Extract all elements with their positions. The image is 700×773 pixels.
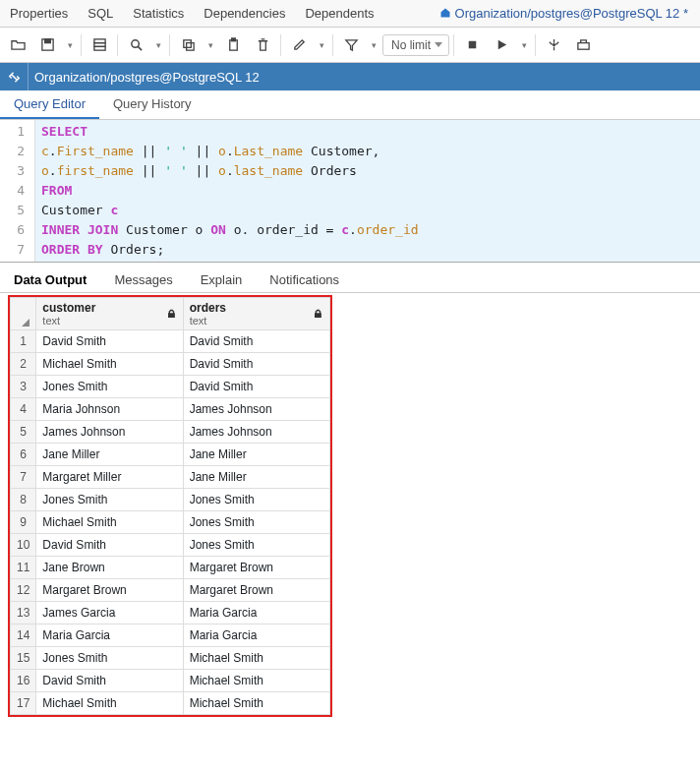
paste-button[interactable]: [219, 31, 247, 59]
row-number[interactable]: 5: [11, 421, 36, 444]
row-number[interactable]: 7: [11, 466, 36, 489]
row-number[interactable]: 17: [11, 692, 36, 715]
table-row[interactable]: 11Jane BrownMargaret Brown: [11, 557, 330, 579]
edit-button[interactable]: [285, 31, 313, 59]
tab-statistics[interactable]: Statistics: [123, 2, 194, 25]
tab-data-output[interactable]: Data Output: [0, 267, 100, 293]
row-number[interactable]: 10: [11, 534, 36, 557]
cell-orders[interactable]: James Johnson: [183, 421, 329, 444]
cell-customer[interactable]: James Garcia: [36, 602, 183, 624]
save-button[interactable]: [33, 31, 61, 59]
cell-orders[interactable]: Jones Smith: [183, 534, 329, 557]
cell-customer[interactable]: Michael Smith: [36, 511, 183, 534]
column-header-orders[interactable]: orderstext🔒︎: [183, 298, 329, 330]
explain-button[interactable]: [540, 31, 567, 59]
row-number[interactable]: 12: [11, 579, 36, 602]
cell-orders[interactable]: Michael Smith: [183, 670, 329, 692]
row-number[interactable]: 8: [11, 489, 36, 511]
table-row[interactable]: 6Jane MillerJane Miller: [11, 444, 330, 466]
cell-customer[interactable]: Michael Smith: [36, 692, 183, 715]
execute-dropdown-caret[interactable]: ▾: [517, 40, 531, 50]
cell-customer[interactable]: Jones Smith: [36, 489, 183, 511]
cell-orders[interactable]: Jane Miller: [183, 466, 329, 489]
limit-select[interactable]: No limit: [382, 34, 449, 56]
cell-orders[interactable]: James Johnson: [183, 398, 329, 421]
table-row[interactable]: 13James GarciaMaria Garcia: [11, 602, 330, 624]
copy-dropdown-caret[interactable]: ▾: [204, 40, 217, 50]
cell-orders[interactable]: Margaret Brown: [183, 557, 329, 579]
cell-orders[interactable]: Maria Garcia: [183, 624, 329, 647]
cell-orders[interactable]: Jones Smith: [183, 511, 329, 534]
row-number[interactable]: 4: [11, 398, 36, 421]
tab-query-file[interactable]: Organization/postgres@PostgreSQL 12 *: [430, 2, 700, 25]
cell-customer[interactable]: Jane Brown: [36, 557, 183, 579]
cell-orders[interactable]: Jones Smith: [183, 489, 329, 511]
table-row[interactable]: 15Jones SmithMichael Smith: [11, 647, 330, 670]
explain-analyze-button[interactable]: [569, 31, 597, 59]
cell-orders[interactable]: Michael Smith: [183, 647, 329, 670]
tab-dependencies[interactable]: Dependencies: [194, 2, 295, 25]
column-header-customer[interactable]: customertext🔒︎: [36, 298, 183, 330]
connection-text[interactable]: Organization/postgres@PostgreSQL 12: [28, 63, 700, 90]
row-number[interactable]: 6: [11, 444, 36, 466]
table-row[interactable]: 3Jones SmithDavid Smith: [11, 376, 330, 398]
tab-dependents[interactable]: Dependents: [295, 2, 383, 25]
find-dropdown-caret[interactable]: ▾: [151, 40, 165, 50]
tab-notifications[interactable]: Notifications: [256, 267, 353, 293]
sql-code[interactable]: SELECTc.First_name || ' ' || o.Last_name…: [35, 120, 700, 262]
table-row[interactable]: 7Margaret MillerJane Miller: [11, 466, 330, 489]
row-number[interactable]: 16: [11, 670, 36, 692]
open-file-button[interactable]: [4, 31, 31, 59]
table-row[interactable]: 4Maria JohnsonJames Johnson: [11, 398, 330, 421]
execute-button[interactable]: [488, 31, 515, 59]
table-row[interactable]: 14Maria GarciaMaria Garcia: [11, 624, 330, 647]
tab-messages[interactable]: Messages: [100, 267, 186, 293]
save-dropdown-caret[interactable]: ▾: [63, 40, 77, 50]
row-number[interactable]: 1: [11, 330, 36, 353]
filter-dropdown-caret[interactable]: ▾: [367, 40, 380, 50]
table-row[interactable]: 10David SmithJones Smith: [11, 534, 330, 557]
cell-customer[interactable]: Jane Miller: [36, 444, 183, 466]
tab-properties[interactable]: Properties: [0, 2, 78, 25]
cell-orders[interactable]: Margaret Brown: [183, 579, 329, 602]
cell-customer[interactable]: David Smith: [36, 670, 183, 692]
copy-button[interactable]: [174, 31, 202, 59]
cell-customer[interactable]: Maria Johnson: [36, 398, 183, 421]
row-number[interactable]: 3: [11, 376, 36, 398]
table-row[interactable]: 16David SmithMichael Smith: [11, 670, 330, 692]
connection-icon[interactable]: [0, 63, 28, 90]
table-row[interactable]: 2Michael SmithDavid Smith: [11, 353, 330, 376]
edit-dropdown-caret[interactable]: ▾: [315, 40, 328, 50]
grid-corner[interactable]: [11, 298, 36, 330]
query-tool-button[interactable]: [86, 31, 113, 59]
table-row[interactable]: 12Margaret BrownMargaret Brown: [11, 579, 330, 602]
table-row[interactable]: 1David SmithDavid Smith: [11, 330, 330, 353]
tab-query-editor[interactable]: Query Editor: [0, 90, 99, 119]
filter-button[interactable]: [337, 31, 365, 59]
result-grid[interactable]: customertext🔒︎orderstext🔒︎ 1David SmithD…: [10, 297, 330, 715]
cell-customer[interactable]: James Johnson: [36, 421, 183, 444]
row-number[interactable]: 15: [11, 647, 36, 670]
find-button[interactable]: [122, 31, 149, 59]
cell-customer[interactable]: David Smith: [36, 534, 183, 557]
cell-customer[interactable]: Jones Smith: [36, 376, 183, 398]
cell-orders[interactable]: Michael Smith: [183, 692, 329, 715]
cell-customer[interactable]: Michael Smith: [36, 353, 183, 376]
cell-customer[interactable]: Jones Smith: [36, 647, 183, 670]
table-row[interactable]: 8Jones SmithJones Smith: [11, 489, 330, 511]
row-number[interactable]: 13: [11, 602, 36, 624]
cell-customer[interactable]: Maria Garcia: [36, 624, 183, 647]
cell-orders[interactable]: David Smith: [183, 353, 329, 376]
tab-sql[interactable]: SQL: [78, 2, 123, 25]
table-row[interactable]: 9Michael SmithJones Smith: [11, 511, 330, 534]
delete-button[interactable]: [249, 31, 276, 59]
cell-customer[interactable]: David Smith: [36, 330, 183, 353]
row-number[interactable]: 9: [11, 511, 36, 534]
row-number[interactable]: 14: [11, 624, 36, 647]
tab-query-history[interactable]: Query History: [99, 90, 204, 119]
table-row[interactable]: 17Michael SmithMichael Smith: [11, 692, 330, 715]
cell-orders[interactable]: Maria Garcia: [183, 602, 329, 624]
table-row[interactable]: 5James JohnsonJames Johnson: [11, 421, 330, 444]
cell-customer[interactable]: Margaret Miller: [36, 466, 183, 489]
sql-editor[interactable]: 1234567 SELECTc.First_name || ' ' || o.L…: [0, 120, 700, 262]
